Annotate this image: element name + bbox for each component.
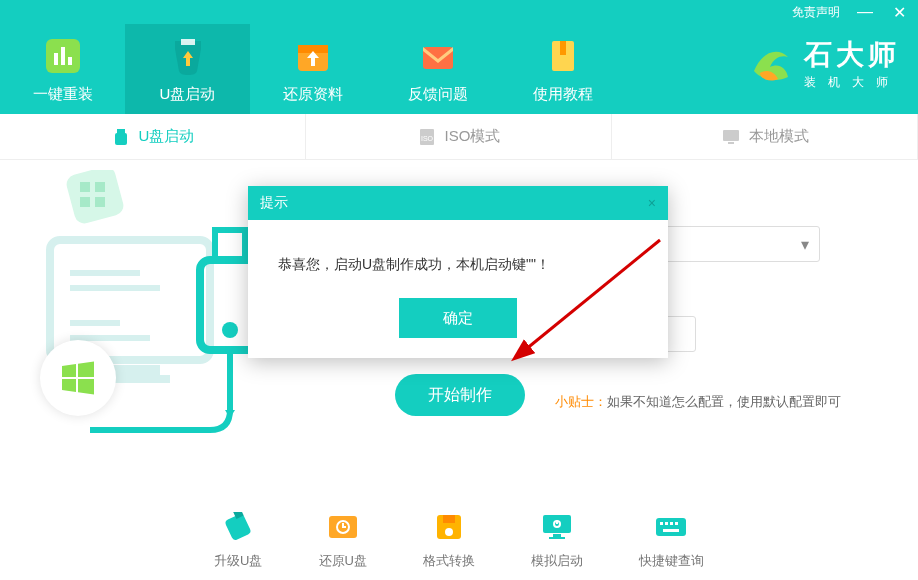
subtab-usb-boot[interactable]: U盘启动 — [0, 114, 306, 159]
simulate-boot-icon — [539, 512, 575, 542]
svg-rect-39 — [553, 534, 561, 537]
nav-reinstall[interactable]: 一键重装 — [0, 24, 125, 114]
nav-label: 使用教程 — [533, 85, 593, 104]
svg-rect-17 — [80, 182, 90, 192]
svg-text:ISO: ISO — [421, 135, 434, 142]
svg-rect-23 — [70, 285, 160, 291]
nav-label: 还原资料 — [283, 85, 343, 104]
brand: 石大师 装机大师 — [748, 36, 900, 91]
svg-point-37 — [445, 528, 453, 536]
usb-icon — [111, 127, 131, 147]
subtab-label: 本地模式 — [749, 127, 809, 146]
svg-rect-2 — [61, 47, 65, 65]
svg-rect-43 — [656, 518, 686, 536]
nav-label: 反馈问题 — [408, 85, 468, 104]
tip-text: 小贴士：如果不知道怎么配置，使用默认配置即可 — [555, 393, 841, 411]
svg-rect-7 — [423, 47, 453, 69]
subtab-local[interactable]: 本地模式 — [612, 114, 918, 159]
action-label: 快捷键查询 — [639, 552, 704, 570]
keyboard-icon — [653, 512, 689, 542]
sub-tabs: U盘启动 ISO ISO模式 本地模式 — [0, 114, 918, 160]
svg-rect-20 — [95, 197, 105, 207]
action-label: 升级U盘 — [214, 552, 262, 570]
dialog-footer: 确定 — [248, 298, 668, 358]
tip-body: 如果不知道怎么配置，使用默认配置即可 — [607, 394, 841, 409]
nav-usb-boot[interactable]: U盘启动 — [125, 24, 250, 114]
book-icon — [542, 35, 584, 77]
tip-label: 小贴士： — [555, 394, 607, 409]
mail-icon — [417, 35, 459, 77]
svg-rect-14 — [723, 130, 739, 141]
usb-shield-icon — [167, 35, 209, 77]
title-bar: 免责声明 — ✕ — [0, 0, 918, 24]
svg-rect-3 — [68, 57, 72, 65]
subtab-iso[interactable]: ISO ISO模式 — [306, 114, 612, 159]
svg-rect-19 — [80, 197, 90, 207]
svg-rect-29 — [215, 230, 245, 260]
chevron-down-icon: ▾ — [801, 235, 809, 254]
dialog-header: 提示 × — [248, 186, 668, 220]
action-hotkey-lookup[interactable]: 快捷键查询 — [639, 512, 704, 570]
iso-icon: ISO — [417, 127, 437, 147]
svg-rect-9 — [560, 41, 566, 55]
svg-rect-10 — [117, 129, 125, 133]
svg-rect-44 — [660, 522, 663, 525]
monitor-icon — [721, 127, 741, 147]
upload-box-icon — [292, 35, 334, 77]
disclaimer-link[interactable]: 免责声明 — [792, 4, 840, 21]
brand-text: 石大师 装机大师 — [804, 36, 900, 91]
nav-label: 一键重装 — [33, 85, 93, 104]
svg-rect-4 — [181, 39, 195, 45]
action-restore-usb[interactable]: 还原U盘 — [319, 512, 367, 570]
svg-rect-40 — [549, 537, 565, 539]
action-format-convert[interactable]: 格式转换 — [423, 512, 475, 570]
svg-rect-11 — [115, 133, 127, 145]
windows-icon — [58, 358, 98, 398]
svg-rect-36 — [443, 515, 455, 523]
dialog-ok-button[interactable]: 确定 — [399, 298, 517, 338]
brand-title: 石大师 — [804, 36, 900, 74]
action-simulate-boot[interactable]: 模拟启动 — [531, 512, 583, 570]
action-label: 还原U盘 — [319, 552, 367, 570]
action-label: 模拟启动 — [531, 552, 583, 570]
bottom-actions: 升级U盘 还原U盘 格式转换 模拟启动 快捷键查询 — [0, 512, 918, 570]
svg-rect-46 — [670, 522, 673, 525]
action-upgrade-usb[interactable]: 升级U盘 — [214, 512, 262, 570]
usb-restore-icon — [325, 512, 361, 542]
bar-chart-icon — [42, 35, 84, 77]
windows-logo-badge — [40, 340, 116, 416]
svg-point-30 — [222, 322, 238, 338]
dialog-message: 恭喜您，启动U盘制作成功，本机启动键""！ — [248, 220, 668, 298]
minimize-button[interactable]: — — [856, 3, 874, 21]
close-button[interactable]: ✕ — [890, 3, 908, 22]
top-nav: 一键重装 U盘启动 还原资料 反馈问题 使用教程 石大师 装机大师 — [0, 24, 918, 114]
success-dialog: 提示 × 恭喜您，启动U盘制作成功，本机启动键""！ 确定 — [248, 186, 668, 358]
usb-upgrade-icon — [220, 512, 256, 542]
svg-rect-24 — [70, 320, 120, 326]
dialog-title: 提示 — [260, 194, 288, 212]
brand-logo-icon — [748, 41, 794, 87]
svg-rect-1 — [54, 53, 58, 65]
dialog-close-button[interactable]: × — [648, 195, 656, 211]
subtab-label: U盘启动 — [139, 127, 195, 146]
format-convert-icon — [431, 512, 467, 542]
svg-rect-18 — [95, 182, 105, 192]
svg-rect-47 — [675, 522, 678, 525]
svg-rect-48 — [663, 529, 679, 532]
nav-restore[interactable]: 还原资料 — [250, 24, 375, 114]
nav-feedback[interactable]: 反馈问题 — [375, 24, 500, 114]
nav-label: U盘启动 — [160, 85, 216, 104]
svg-rect-45 — [665, 522, 668, 525]
action-label: 格式转换 — [423, 552, 475, 570]
subtab-label: ISO模式 — [445, 127, 501, 146]
start-make-button[interactable]: 开始制作 — [395, 374, 525, 416]
svg-rect-15 — [728, 142, 734, 144]
svg-rect-22 — [70, 270, 140, 276]
nav-tutorial[interactable]: 使用教程 — [500, 24, 625, 114]
brand-subtitle: 装机大师 — [804, 74, 900, 91]
